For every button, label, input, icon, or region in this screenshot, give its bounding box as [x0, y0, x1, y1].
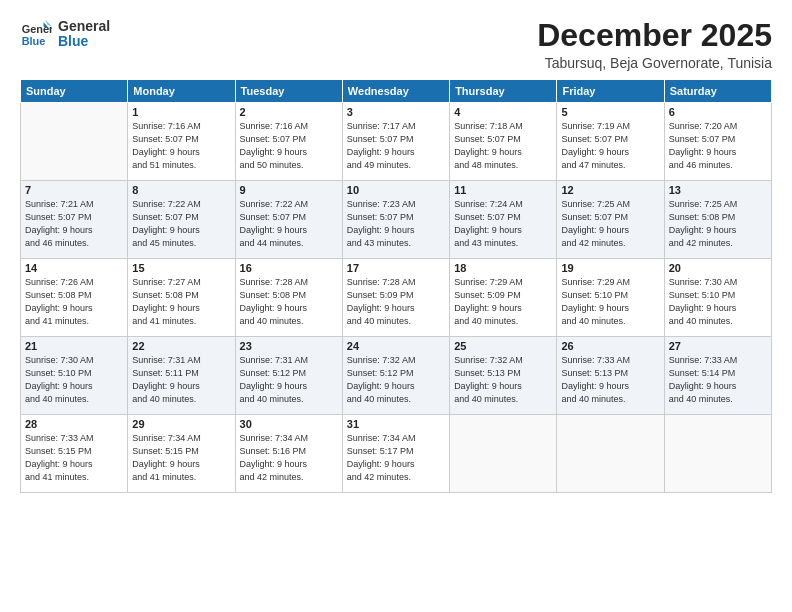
day-info: Sunrise: 7:19 AMSunset: 5:07 PMDaylight:…	[561, 120, 659, 172]
day-number: 5	[561, 106, 659, 118]
page: General Blue General Blue December 2025 …	[0, 0, 792, 612]
header: General Blue General Blue December 2025 …	[20, 18, 772, 71]
table-row: 7Sunrise: 7:21 AMSunset: 5:07 PMDaylight…	[21, 181, 128, 259]
day-number: 30	[240, 418, 338, 430]
col-thursday: Thursday	[450, 80, 557, 103]
table-row: 1Sunrise: 7:16 AMSunset: 5:07 PMDaylight…	[128, 103, 235, 181]
col-wednesday: Wednesday	[342, 80, 449, 103]
table-row: 17Sunrise: 7:28 AMSunset: 5:09 PMDayligh…	[342, 259, 449, 337]
col-monday: Monday	[128, 80, 235, 103]
table-row: 2Sunrise: 7:16 AMSunset: 5:07 PMDaylight…	[235, 103, 342, 181]
col-friday: Friday	[557, 80, 664, 103]
table-row: 19Sunrise: 7:29 AMSunset: 5:10 PMDayligh…	[557, 259, 664, 337]
day-number: 26	[561, 340, 659, 352]
day-info: Sunrise: 7:25 AMSunset: 5:08 PMDaylight:…	[669, 198, 767, 250]
day-info: Sunrise: 7:29 AMSunset: 5:10 PMDaylight:…	[561, 276, 659, 328]
table-row: 6Sunrise: 7:20 AMSunset: 5:07 PMDaylight…	[664, 103, 771, 181]
table-row: 27Sunrise: 7:33 AMSunset: 5:14 PMDayligh…	[664, 337, 771, 415]
table-row: 11Sunrise: 7:24 AMSunset: 5:07 PMDayligh…	[450, 181, 557, 259]
calendar-header-row: Sunday Monday Tuesday Wednesday Thursday…	[21, 80, 772, 103]
table-row	[450, 415, 557, 493]
day-info: Sunrise: 7:23 AMSunset: 5:07 PMDaylight:…	[347, 198, 445, 250]
day-number: 27	[669, 340, 767, 352]
table-row: 22Sunrise: 7:31 AMSunset: 5:11 PMDayligh…	[128, 337, 235, 415]
table-row	[21, 103, 128, 181]
svg-text:General: General	[22, 23, 52, 35]
day-info: Sunrise: 7:21 AMSunset: 5:07 PMDaylight:…	[25, 198, 123, 250]
table-row: 14Sunrise: 7:26 AMSunset: 5:08 PMDayligh…	[21, 259, 128, 337]
day-info: Sunrise: 7:24 AMSunset: 5:07 PMDaylight:…	[454, 198, 552, 250]
table-row	[557, 415, 664, 493]
calendar-week-row: 28Sunrise: 7:33 AMSunset: 5:15 PMDayligh…	[21, 415, 772, 493]
day-info: Sunrise: 7:22 AMSunset: 5:07 PMDaylight:…	[132, 198, 230, 250]
svg-text:Blue: Blue	[22, 35, 46, 47]
day-number: 2	[240, 106, 338, 118]
day-info: Sunrise: 7:32 AMSunset: 5:13 PMDaylight:…	[454, 354, 552, 406]
day-number: 19	[561, 262, 659, 274]
day-number: 21	[25, 340, 123, 352]
day-info: Sunrise: 7:18 AMSunset: 5:07 PMDaylight:…	[454, 120, 552, 172]
logo-line1: General	[58, 19, 110, 34]
col-sunday: Sunday	[21, 80, 128, 103]
table-row: 29Sunrise: 7:34 AMSunset: 5:15 PMDayligh…	[128, 415, 235, 493]
day-info: Sunrise: 7:34 AMSunset: 5:17 PMDaylight:…	[347, 432, 445, 484]
day-info: Sunrise: 7:34 AMSunset: 5:16 PMDaylight:…	[240, 432, 338, 484]
table-row: 24Sunrise: 7:32 AMSunset: 5:12 PMDayligh…	[342, 337, 449, 415]
table-row: 25Sunrise: 7:32 AMSunset: 5:13 PMDayligh…	[450, 337, 557, 415]
day-number: 15	[132, 262, 230, 274]
day-info: Sunrise: 7:31 AMSunset: 5:12 PMDaylight:…	[240, 354, 338, 406]
day-number: 9	[240, 184, 338, 196]
table-row	[664, 415, 771, 493]
day-info: Sunrise: 7:34 AMSunset: 5:15 PMDaylight:…	[132, 432, 230, 484]
table-row: 23Sunrise: 7:31 AMSunset: 5:12 PMDayligh…	[235, 337, 342, 415]
table-row: 21Sunrise: 7:30 AMSunset: 5:10 PMDayligh…	[21, 337, 128, 415]
day-info: Sunrise: 7:16 AMSunset: 5:07 PMDaylight:…	[132, 120, 230, 172]
day-number: 24	[347, 340, 445, 352]
day-info: Sunrise: 7:27 AMSunset: 5:08 PMDaylight:…	[132, 276, 230, 328]
day-number: 13	[669, 184, 767, 196]
location-subtitle: Tabursuq, Beja Governorate, Tunisia	[537, 55, 772, 71]
logo-line2: Blue	[58, 34, 88, 49]
table-row: 10Sunrise: 7:23 AMSunset: 5:07 PMDayligh…	[342, 181, 449, 259]
table-row: 26Sunrise: 7:33 AMSunset: 5:13 PMDayligh…	[557, 337, 664, 415]
table-row: 8Sunrise: 7:22 AMSunset: 5:07 PMDaylight…	[128, 181, 235, 259]
calendar-table: Sunday Monday Tuesday Wednesday Thursday…	[20, 79, 772, 493]
table-row: 3Sunrise: 7:17 AMSunset: 5:07 PMDaylight…	[342, 103, 449, 181]
month-title: December 2025	[537, 18, 772, 53]
day-info: Sunrise: 7:28 AMSunset: 5:09 PMDaylight:…	[347, 276, 445, 328]
table-row: 5Sunrise: 7:19 AMSunset: 5:07 PMDaylight…	[557, 103, 664, 181]
table-row: 12Sunrise: 7:25 AMSunset: 5:07 PMDayligh…	[557, 181, 664, 259]
day-info: Sunrise: 7:25 AMSunset: 5:07 PMDaylight:…	[561, 198, 659, 250]
table-row: 20Sunrise: 7:30 AMSunset: 5:10 PMDayligh…	[664, 259, 771, 337]
table-row: 18Sunrise: 7:29 AMSunset: 5:09 PMDayligh…	[450, 259, 557, 337]
day-info: Sunrise: 7:30 AMSunset: 5:10 PMDaylight:…	[25, 354, 123, 406]
day-number: 6	[669, 106, 767, 118]
day-info: Sunrise: 7:33 AMSunset: 5:13 PMDaylight:…	[561, 354, 659, 406]
calendar-week-row: 1Sunrise: 7:16 AMSunset: 5:07 PMDaylight…	[21, 103, 772, 181]
day-number: 11	[454, 184, 552, 196]
title-block: December 2025 Tabursuq, Beja Governorate…	[537, 18, 772, 71]
table-row: 30Sunrise: 7:34 AMSunset: 5:16 PMDayligh…	[235, 415, 342, 493]
day-number: 31	[347, 418, 445, 430]
logo-icon: General Blue	[20, 18, 52, 50]
calendar-week-row: 21Sunrise: 7:30 AMSunset: 5:10 PMDayligh…	[21, 337, 772, 415]
calendar-week-row: 14Sunrise: 7:26 AMSunset: 5:08 PMDayligh…	[21, 259, 772, 337]
day-info: Sunrise: 7:26 AMSunset: 5:08 PMDaylight:…	[25, 276, 123, 328]
day-info: Sunrise: 7:33 AMSunset: 5:15 PMDaylight:…	[25, 432, 123, 484]
day-number: 8	[132, 184, 230, 196]
day-info: Sunrise: 7:17 AMSunset: 5:07 PMDaylight:…	[347, 120, 445, 172]
table-row: 9Sunrise: 7:22 AMSunset: 5:07 PMDaylight…	[235, 181, 342, 259]
day-number: 10	[347, 184, 445, 196]
table-row: 16Sunrise: 7:28 AMSunset: 5:08 PMDayligh…	[235, 259, 342, 337]
day-number: 17	[347, 262, 445, 274]
day-number: 25	[454, 340, 552, 352]
day-info: Sunrise: 7:29 AMSunset: 5:09 PMDaylight:…	[454, 276, 552, 328]
day-info: Sunrise: 7:28 AMSunset: 5:08 PMDaylight:…	[240, 276, 338, 328]
day-number: 20	[669, 262, 767, 274]
day-info: Sunrise: 7:16 AMSunset: 5:07 PMDaylight:…	[240, 120, 338, 172]
day-number: 18	[454, 262, 552, 274]
day-info: Sunrise: 7:32 AMSunset: 5:12 PMDaylight:…	[347, 354, 445, 406]
table-row: 15Sunrise: 7:27 AMSunset: 5:08 PMDayligh…	[128, 259, 235, 337]
day-number: 1	[132, 106, 230, 118]
day-number: 23	[240, 340, 338, 352]
